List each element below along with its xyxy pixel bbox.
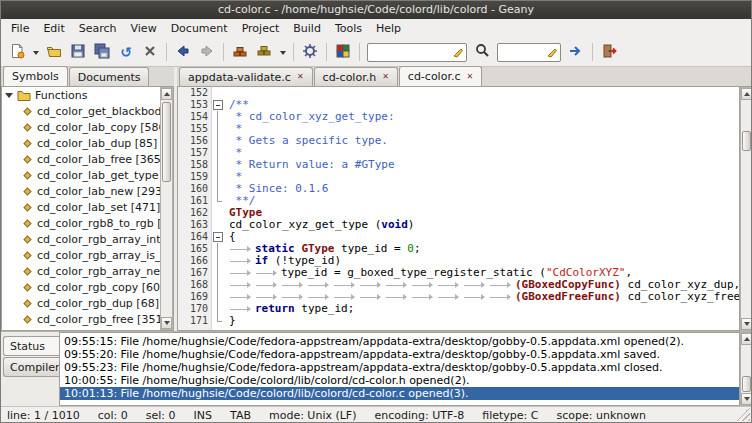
symbol-label: cd_color_lab_free [365]	[37, 153, 165, 166]
line-number: 158	[178, 159, 208, 171]
message-tab-compiler[interactable]: Compiler	[3, 357, 59, 377]
symbol-item[interactable]: cd_color_rgb8_to_rgb [626]	[2, 215, 173, 231]
menu-view[interactable]: View	[124, 20, 164, 37]
tab-close-icon[interactable]: ✕	[466, 73, 473, 81]
symbol-item[interactable]: cd_color_rgb_array_is_monotonic	[2, 247, 173, 263]
editor-scrollbar[interactable]	[740, 87, 752, 331]
entry-clear-icon[interactable]	[546, 47, 558, 59]
scroll-up-button[interactable]	[741, 333, 752, 345]
tab-close-icon[interactable]: ✕	[297, 73, 304, 81]
sidebar-tab-documents[interactable]: Documents	[69, 67, 150, 86]
editor-tab-cd-color.c[interactable]: cd-color.c✕	[399, 66, 482, 86]
window-titlebar: cd-color.c - /home/hughsie/Code/colord/l…	[1, 1, 751, 19]
symbol-item[interactable]: cd_color_lab_dup [85]	[2, 135, 173, 151]
save-all-button[interactable]	[90, 40, 114, 64]
code-line[interactable]: (GBoxedFreeFunc) cd_color_xyz_free);	[229, 291, 739, 303]
resize-grip[interactable]	[736, 407, 750, 421]
statusbar-segment: sel: 0	[146, 409, 176, 422]
code-area[interactable]: /** * cd_color_xyz_get_type: * * Gets a …	[225, 87, 739, 330]
code-line[interactable]: cd_color_xyz_get_type (void)	[229, 219, 739, 231]
menu-document[interactable]: Document	[164, 20, 235, 37]
revert-button[interactable]: ↺	[114, 40, 138, 64]
symbols-root-row[interactable]: Functions	[2, 87, 173, 103]
goto-line-button[interactable]	[564, 40, 588, 64]
sidebar-tab-symbols[interactable]: Symbols	[3, 66, 68, 86]
scroll-down-button[interactable]	[741, 393, 752, 405]
symbol-item[interactable]: cd_color_get_blackbody_rgb [97	[2, 103, 173, 119]
quit-button[interactable]	[597, 40, 621, 64]
symbol-item[interactable]: cd_color_lab_copy [586]	[2, 119, 173, 135]
status-message-row[interactable]: 10:01:13: File /home/hughsie/Code/colord…	[60, 387, 739, 400]
tab-close-icon[interactable]: ✕	[382, 73, 389, 81]
compile-button[interactable]	[228, 40, 252, 64]
code-line[interactable]: * Return value: a #GType	[229, 159, 739, 171]
close-button[interactable]	[138, 40, 162, 64]
open-folder-icon	[46, 43, 62, 62]
scrollbar-thumb[interactable]	[742, 376, 751, 392]
code-line[interactable]: }	[229, 315, 739, 327]
menu-edit[interactable]: Edit	[36, 20, 71, 37]
editor-tab-cd-color.h[interactable]: cd-color.h✕	[314, 67, 398, 86]
code-line[interactable]: * cd_color_xyz_get_type:	[229, 111, 739, 123]
scroll-down-button[interactable]	[741, 318, 752, 330]
menu-help[interactable]: Help	[369, 20, 408, 37]
code-line[interactable]: * Gets a specific type.	[229, 135, 739, 147]
symbol-item[interactable]: cd_color_lab_free [365]	[2, 151, 173, 167]
scroll-down-button[interactable]	[161, 317, 172, 329]
symbol-item[interactable]: cd_color_rgb_copy [606]	[2, 279, 173, 295]
scrollbar-thumb[interactable]	[162, 102, 171, 182]
fold-marker	[212, 267, 225, 279]
symbol-label: cd_color_rgb_copy [606]	[37, 281, 171, 294]
build-dropdown-button[interactable]	[276, 40, 289, 64]
fold-marker[interactable]	[212, 231, 225, 243]
status-message-row[interactable]: 10:00:55: File /home/hughsie/Code/colord…	[60, 374, 739, 387]
main-area: SymbolsDocuments Functions cd_color_get_…	[1, 67, 752, 331]
symbol-item[interactable]: cd_color_rgb_array_new [896]	[2, 263, 173, 279]
symbol-item[interactable]: cd_color_rgb_free [351]	[2, 311, 173, 327]
message-tab-status[interactable]: Status	[3, 336, 59, 356]
symbol-item[interactable]: cd_color_lab_get_type [203]	[2, 167, 173, 183]
new-file-dropdown-button[interactable]	[29, 40, 42, 64]
forward-button[interactable]	[195, 40, 219, 64]
editor-tab-appdata-validate.c[interactable]: appdata-validate.c✕	[179, 67, 313, 86]
menu-project[interactable]: Project	[235, 20, 287, 37]
new-file-button[interactable]	[5, 40, 29, 64]
fold-marker	[212, 195, 225, 207]
status-message-row[interactable]: 09:55:20: File /home/hughsie/Code/fedora…	[60, 348, 739, 361]
back-button[interactable]	[171, 40, 195, 64]
entry-clear-icon[interactable]	[452, 47, 464, 59]
tree-expander-icon[interactable]	[5, 93, 13, 102]
status-message-row[interactable]: 09:55:15: File /home/hughsie/Code/fedora…	[60, 335, 739, 348]
statusbar-segment: INS	[194, 409, 212, 422]
tab-whitespace-icon	[281, 291, 307, 303]
find-button[interactable]	[470, 40, 494, 64]
editor[interactable]: 1521531541551561571581591601611621631641…	[177, 87, 740, 331]
status-message-row[interactable]: 09:55:23: File /home/hughsie/Code/fedora…	[60, 361, 739, 374]
folder-icon	[17, 90, 31, 101]
symbol-item[interactable]: cd_color_lab_new [293]	[2, 183, 173, 199]
execute-button[interactable]	[298, 40, 322, 64]
sidebar-scrollbar[interactable]	[160, 87, 173, 330]
scroll-up-button[interactable]	[741, 88, 752, 100]
menu-file[interactable]: File	[4, 20, 36, 37]
menu-search[interactable]: Search	[72, 20, 124, 37]
message-tabbar: StatusCompiler	[1, 336, 59, 406]
build-button[interactable]	[252, 40, 276, 64]
symbol-item[interactable]: cd_color_lab_set [471]	[2, 199, 173, 215]
message-scrollbar[interactable]	[740, 332, 752, 406]
fold-marker[interactable]	[212, 99, 225, 111]
symbol-item[interactable]: cd_color_rgb_dup [68]	[2, 295, 173, 311]
menu-tools[interactable]: Tools	[328, 20, 369, 37]
code-line[interactable]: **/	[229, 195, 739, 207]
scroll-up-button[interactable]	[161, 88, 172, 100]
symbol-item[interactable]: cd_color_rgb_array_interpolate [9	[2, 231, 173, 247]
color-chooser-button[interactable]	[331, 40, 355, 64]
code-line[interactable]: * Since: 0.1.6	[229, 183, 739, 195]
open-file-button[interactable]	[42, 40, 66, 64]
code-line[interactable]	[229, 87, 739, 99]
code-line[interactable]: return type_id;	[229, 303, 739, 315]
menu-build[interactable]: Build	[286, 20, 328, 37]
scrollbar-thumb[interactable]	[742, 131, 751, 151]
symbol-label: cd_color_rgb_array_is_monotonic	[37, 249, 173, 262]
save-button[interactable]	[66, 40, 90, 64]
